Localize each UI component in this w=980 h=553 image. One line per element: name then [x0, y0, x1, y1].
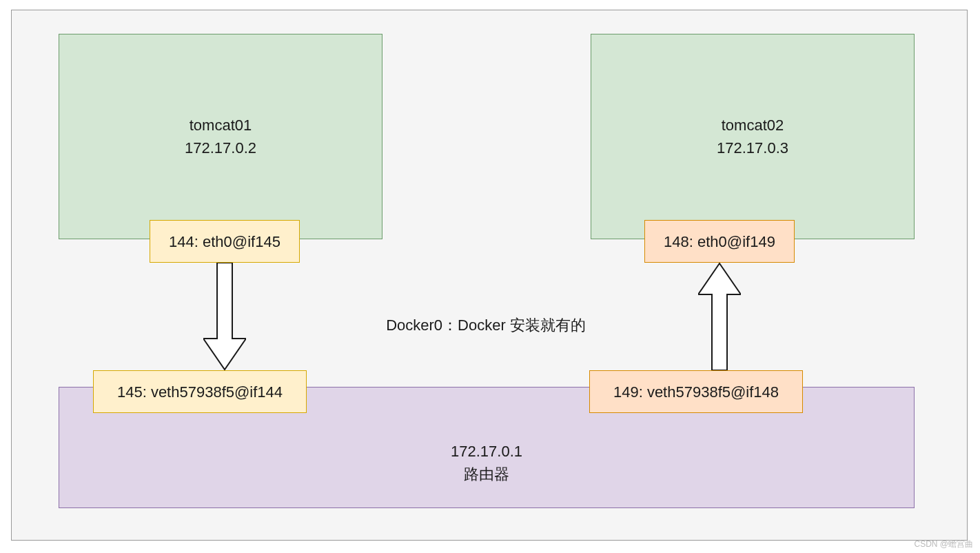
router-ip: 172.17.0.1: [451, 440, 522, 463]
container-tomcat01: tomcat01 172.17.0.2: [59, 34, 382, 239]
watermark: CSDN @蟾宫曲: [914, 539, 973, 550]
interface-veth-if144: 145: veth57938f5@if144: [93, 370, 307, 413]
if2-label: 148: eth0@if149: [664, 230, 775, 253]
docker0-label: Docker0：Docker 安装就有的: [348, 315, 624, 336]
interface-eth0-if145: 144: eth0@if145: [150, 220, 300, 263]
container1-ip: 172.17.0.2: [185, 137, 256, 159]
router-label: 路由器: [464, 463, 509, 485]
container2-name: tomcat02: [722, 114, 784, 137]
if1-label: 144: eth0@if145: [169, 230, 280, 253]
arrow-up-icon: [698, 263, 741, 370]
veth2-label: 149: veth57938f5@if148: [613, 381, 779, 403]
container2-ip: 172.17.0.3: [717, 137, 788, 159]
container1-name: tomcat01: [190, 114, 252, 137]
diagram-frame: tomcat01 172.17.0.2 tomcat02 172.17.0.3 …: [11, 10, 968, 541]
interface-veth-if148: 149: veth57938f5@if148: [589, 370, 803, 413]
veth1-label: 145: veth57938f5@if144: [117, 381, 283, 403]
interface-eth0-if149: 148: eth0@if149: [644, 220, 795, 263]
center-label-text: Docker0：Docker 安装就有的: [386, 316, 586, 334]
arrow-down-icon: [203, 263, 246, 370]
container-tomcat02: tomcat02 172.17.0.3: [591, 34, 915, 239]
